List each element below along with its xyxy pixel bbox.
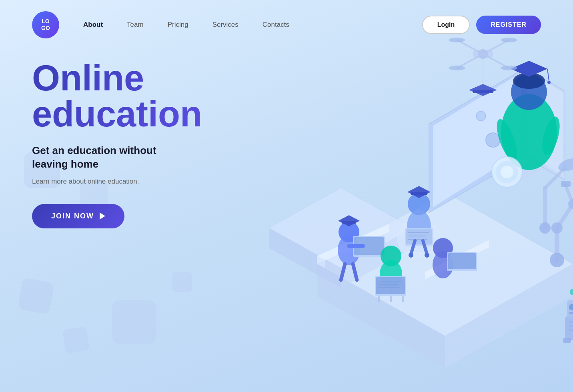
svg-point-108 bbox=[539, 222, 551, 234]
svg-rect-94 bbox=[563, 338, 571, 343]
navbar: LOGO About Team Pricing Services Contact… bbox=[0, 0, 573, 38]
logo[interactable]: LOGO bbox=[32, 11, 59, 38]
nav-pricing[interactable]: Pricing bbox=[156, 17, 200, 33]
svg-point-25 bbox=[547, 81, 551, 84]
join-now-button[interactable]: JOIN NOW bbox=[32, 204, 124, 228]
join-now-label: JOIN NOW bbox=[51, 212, 94, 220]
svg-line-28 bbox=[457, 40, 483, 54]
register-button[interactable]: REGISTER bbox=[476, 16, 541, 34]
nav-team[interactable]: Team bbox=[115, 17, 156, 33]
svg-rect-89 bbox=[565, 316, 573, 340]
svg-rect-88 bbox=[561, 181, 571, 187]
svg-rect-81 bbox=[448, 253, 476, 269]
svg-line-29 bbox=[483, 40, 509, 54]
svg-rect-46 bbox=[406, 229, 432, 244]
hero-content: Onlineeducation Get an education without… bbox=[32, 60, 202, 228]
nav-about[interactable]: About bbox=[71, 17, 115, 33]
svg-point-86 bbox=[551, 222, 563, 234]
nav-contacts[interactable]: Contacts bbox=[250, 17, 301, 33]
svg-point-53 bbox=[425, 253, 429, 258]
svg-point-34 bbox=[449, 66, 465, 70]
hero-description: Learn more about online education. bbox=[32, 178, 202, 186]
svg-point-110 bbox=[476, 111, 486, 121]
svg-rect-73 bbox=[376, 277, 405, 294]
hero-subtitle: Get an education withoutleaving home bbox=[32, 144, 202, 171]
svg-marker-44 bbox=[407, 186, 431, 198]
nav-services[interactable]: Services bbox=[200, 17, 250, 33]
svg-point-109 bbox=[486, 133, 500, 147]
nav-actions: Login REGISTER bbox=[422, 16, 541, 34]
svg-line-30 bbox=[457, 54, 483, 68]
login-button[interactable]: Login bbox=[422, 16, 470, 34]
svg-rect-93 bbox=[569, 312, 573, 314]
svg-point-21 bbox=[501, 166, 513, 178]
svg-point-52 bbox=[409, 253, 413, 258]
nav-links: About Team Pricing Services Contacts bbox=[71, 17, 422, 33]
svg-point-35 bbox=[501, 66, 517, 70]
svg-line-31 bbox=[483, 54, 509, 68]
hero-illustration bbox=[237, 20, 573, 380]
hero-title: Onlineeducation bbox=[32, 60, 202, 132]
logo-text: LOGO bbox=[41, 18, 50, 32]
svg-point-85 bbox=[550, 253, 564, 267]
play-icon bbox=[100, 212, 105, 220]
svg-line-24 bbox=[547, 69, 549, 81]
